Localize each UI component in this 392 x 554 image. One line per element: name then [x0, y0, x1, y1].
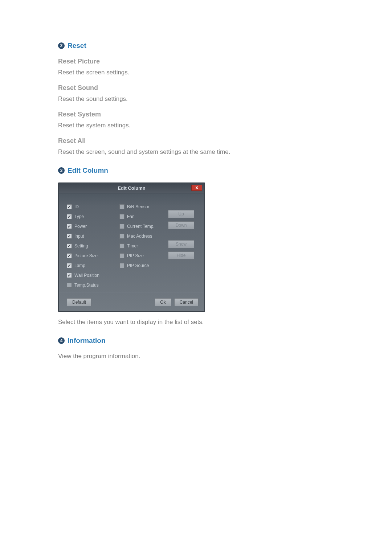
- checkbox-setting[interactable]: ✓Setting: [67, 243, 116, 249]
- section-title-reset: Reset: [68, 42, 86, 50]
- checkbox-pip-size[interactable]: PIP Size: [119, 253, 163, 259]
- show-button[interactable]: Show: [168, 240, 194, 248]
- checkbox-label: Type: [74, 214, 84, 219]
- hide-button[interactable]: Hide: [168, 251, 194, 259]
- checkbox-wall-position[interactable]: ✓Wall Position: [67, 272, 116, 279]
- checkbox-label: Fan: [127, 214, 135, 219]
- checkbox-icon: ✓: [67, 214, 72, 219]
- checkbox-label: Mac Address: [127, 234, 152, 239]
- subheading: Reset System: [58, 111, 334, 118]
- down-button[interactable]: Down: [168, 221, 194, 229]
- body-text: View the program information.: [58, 353, 334, 360]
- up-button[interactable]: Up: [168, 210, 194, 218]
- section-title-edit-column: Edit Column: [68, 167, 108, 175]
- badge-4: 4: [58, 337, 65, 344]
- section-title-information: Information: [68, 337, 106, 345]
- reset-item-all: Reset All Reset the screen, sound and sy…: [58, 137, 334, 156]
- section-heading: 3 Edit Column: [58, 167, 334, 175]
- section-heading: 4 Information: [58, 337, 334, 345]
- checkbox-label: Wall Position: [74, 273, 99, 278]
- column-right: Up Down Show Hide: [167, 204, 196, 288]
- subheading: Reset All: [58, 137, 334, 145]
- section-information: 4 Information View the program informati…: [58, 337, 334, 360]
- section-reset: 2 Reset Reset Picture Reset the screen s…: [58, 42, 334, 156]
- footer-right: Ok Cancel: [155, 298, 199, 306]
- reset-item-picture: Reset Picture Reset the screen settings.: [58, 58, 334, 76]
- subheading: Reset Sound: [58, 84, 334, 92]
- checkbox-label: Picture Size: [74, 253, 98, 258]
- checkbox-input[interactable]: ✓Input: [67, 233, 116, 239]
- checkbox-id[interactable]: ✓ID: [67, 204, 116, 210]
- checkbox-icon: ✓: [67, 224, 72, 229]
- reset-item-system: Reset System Reset the system settings.: [58, 111, 334, 129]
- checkbox-icon: ✓: [67, 204, 72, 209]
- checkbox-label: Temp.Status: [74, 283, 99, 288]
- checkbox-label: PIP Source: [127, 263, 149, 268]
- checkbox-label: Timer: [127, 243, 138, 249]
- checkbox-br-sensor[interactable]: B/R Sensor: [119, 204, 163, 210]
- checkbox-icon: [119, 253, 124, 258]
- edit-column-dialog: Edit Column x ✓ID ✓Type ✓Power ✓Input ✓S…: [58, 182, 205, 312]
- badge-2: 2: [58, 42, 65, 49]
- dialog-body: ✓ID ✓Type ✓Power ✓Input ✓Setting ✓Pictur…: [59, 193, 204, 292]
- checkbox-icon: ✓: [67, 253, 72, 258]
- checkbox-power[interactable]: ✓Power: [67, 223, 116, 230]
- checkbox-icon: ✓: [67, 273, 72, 278]
- close-button[interactable]: x: [191, 185, 202, 191]
- subheading: Reset Picture: [58, 58, 334, 65]
- checkbox-icon: ✓: [67, 263, 72, 268]
- checkbox-temp-status[interactable]: Temp.Status: [67, 282, 116, 288]
- dialog-footer: Default Ok Cancel: [59, 292, 204, 311]
- checkbox-icon: ✓: [67, 234, 72, 239]
- checkbox-icon: [119, 224, 124, 229]
- checkbox-label: Power: [74, 224, 87, 229]
- checkbox-label: ID: [74, 204, 79, 209]
- checkbox-picture-size[interactable]: ✓Picture Size: [67, 253, 116, 259]
- column-mid: B/R Sensor Fan Current Temp. Mac Address…: [119, 204, 163, 288]
- default-button[interactable]: Default: [67, 298, 91, 306]
- checkbox-label: Input: [74, 234, 84, 239]
- checkbox-icon: [119, 263, 124, 268]
- checkbox-icon: [67, 283, 72, 288]
- checkbox-label: Setting: [74, 243, 88, 249]
- section-edit-column: 3 Edit Column Edit Column x ✓ID ✓Type ✓P…: [58, 167, 334, 326]
- cancel-button[interactable]: Cancel: [174, 298, 199, 306]
- checkbox-mac-address[interactable]: Mac Address: [119, 233, 163, 239]
- edit-column-caption: Select the items you want to display in …: [58, 319, 334, 326]
- checkbox-label: Current Temp.: [127, 224, 155, 229]
- checkbox-timer[interactable]: Timer: [119, 243, 163, 249]
- checkbox-type[interactable]: ✓Type: [67, 213, 116, 220]
- checkbox-icon: [119, 214, 124, 219]
- checkbox-icon: [119, 243, 124, 249]
- ok-button[interactable]: Ok: [155, 298, 171, 306]
- checkbox-icon: [119, 204, 124, 209]
- body-text: Reset the system settings.: [58, 122, 334, 129]
- checkbox-label: Lamp: [74, 263, 85, 268]
- checkbox-label: PIP Size: [127, 253, 144, 258]
- section-heading: 2 Reset: [58, 42, 334, 50]
- body-text: Reset the sound settings.: [58, 95, 334, 103]
- checkbox-fan[interactable]: Fan: [119, 213, 163, 220]
- body-text: Reset the screen settings.: [58, 69, 334, 76]
- body-text: Reset the screen, sound and system setti…: [58, 148, 334, 156]
- checkbox-icon: ✓: [67, 243, 72, 249]
- dialog-titlebar: Edit Column x: [59, 183, 204, 193]
- dialog-title: Edit Column: [118, 185, 146, 191]
- checkbox-icon: [119, 234, 124, 239]
- badge-3: 3: [58, 167, 65, 174]
- column-left: ✓ID ✓Type ✓Power ✓Input ✓Setting ✓Pictur…: [67, 204, 116, 288]
- reset-item-sound: Reset Sound Reset the sound settings.: [58, 84, 334, 103]
- checkbox-current-temp[interactable]: Current Temp.: [119, 223, 163, 230]
- checkbox-pip-source[interactable]: PIP Source: [119, 262, 163, 269]
- checkbox-lamp[interactable]: ✓Lamp: [67, 262, 116, 269]
- checkbox-label: B/R Sensor: [127, 204, 149, 209]
